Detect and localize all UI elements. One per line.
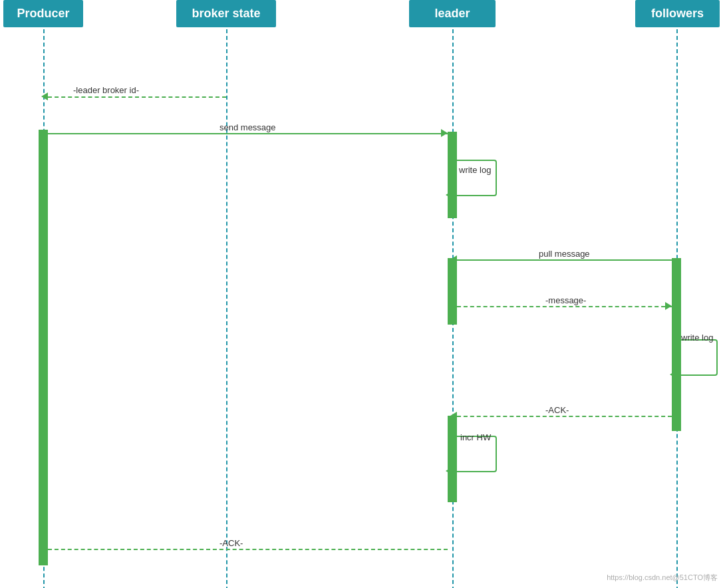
label-ack-producer: -ACK-	[219, 538, 243, 548]
label-ack-followers: -ACK-	[545, 405, 569, 415]
arrow-message	[457, 306, 672, 307]
arrow-send-message	[48, 133, 448, 134]
watermark: https://blog.csdn.net@51CTO博客	[607, 573, 718, 583]
label-pull-message: pull message	[539, 249, 590, 259]
arrowhead-leader-broker-id	[41, 92, 48, 100]
sequence-diagram: Producer broker state leader followers -…	[0, 0, 723, 588]
label-write-log-followers: write log	[681, 333, 713, 343]
self-loop-followers-write-log	[681, 339, 718, 376]
actor-leader: leader	[409, 0, 496, 27]
arrow-leader-broker-id	[48, 96, 226, 98]
activation-leader-5	[448, 462, 457, 502]
actor-producer: Producer	[3, 0, 83, 27]
label-incr-hw: incr HW	[460, 432, 491, 442]
activation-producer	[39, 130, 48, 555]
label-send-message: send message	[219, 122, 276, 132]
activation-leader-2	[448, 185, 457, 218]
activation-leader-3	[448, 258, 457, 325]
actor-broker-state: broker state	[176, 0, 276, 27]
arrow-pull-message	[457, 259, 672, 261]
arrowhead-send-message	[441, 129, 448, 137]
label-message: -message-	[545, 295, 586, 305]
lifeline-broker-state	[226, 29, 227, 588]
actor-followers: followers	[635, 0, 720, 27]
activation-leader-1	[448, 132, 457, 185]
activation-followers-1	[672, 258, 681, 431]
label-leader-broker-id: -leader broker id-	[73, 85, 139, 95]
arrow-ack-followers	[457, 416, 672, 417]
activation-followers-2	[672, 366, 681, 399]
arrowhead-message	[665, 302, 672, 310]
activation-producer-bottom	[39, 545, 48, 565]
label-write-log-leader: write log	[459, 165, 491, 175]
arrow-ack-producer	[48, 549, 448, 550]
